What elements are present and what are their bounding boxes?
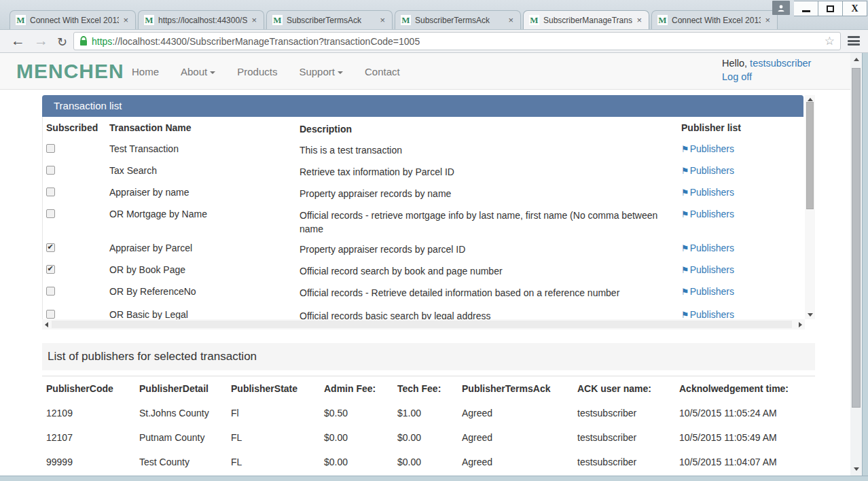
publishers-link[interactable]: Publishers — [690, 165, 734, 176]
nav-item-products[interactable]: Products — [226, 66, 288, 77]
col-subscribed: Subscribed — [46, 122, 98, 133]
tab-subscriber-manage-transaction-active[interactable]: M SubscriberManageTransa × — [523, 10, 649, 29]
nav-item-support[interactable]: Support — [288, 66, 354, 77]
browser-menu-icon[interactable] — [848, 36, 860, 46]
transaction-name: OR by Book Page — [109, 264, 293, 275]
transaction-description: Property appraiser records by parcel ID — [300, 243, 680, 256]
tab-close-icon[interactable]: × — [507, 15, 515, 25]
scroll-right-icon[interactable] — [799, 322, 802, 327]
subscribed-checkbox[interactable] — [46, 265, 55, 274]
tab-subscriber-terms-ack-2[interactable]: M SubscriberTermsAck × — [395, 10, 521, 29]
tab-connect-with-excel-2[interactable]: M Connect With Excel 2013 × — [651, 10, 778, 29]
minimize-icon — [802, 10, 810, 12]
transaction-description: Official record search by book and page … — [300, 264, 680, 278]
publisher-detail: Test County — [139, 457, 189, 467]
publishers-link[interactable]: Publishers — [690, 209, 734, 219]
profile-button[interactable] — [772, 1, 790, 15]
ack-user-name: testsubscriber — [577, 457, 636, 467]
tab-title: SubscriberManageTransa — [543, 16, 632, 25]
nav-item-home[interactable]: Home — [121, 66, 170, 77]
scroll-down-icon[interactable] — [854, 467, 859, 471]
subscribed-checkbox[interactable] — [46, 287, 55, 296]
subscribed-checkbox[interactable] — [46, 310, 55, 319]
tech-fee: $1.00 — [397, 408, 421, 418]
minimize-button[interactable] — [794, 1, 818, 16]
transaction-table-vertical-scrollbar[interactable] — [805, 95, 815, 319]
page-vertical-scrollbar[interactable] — [850, 53, 862, 476]
scrollbar-thumb[interactable] — [806, 102, 814, 209]
login-status: Hello, testsubscriber Log off — [722, 56, 811, 84]
tab-connect-with-excel-1[interactable]: M Connect With Excel 2013 × — [10, 10, 136, 29]
ack-time: 10/5/2015 11:05:49 AM — [679, 432, 777, 443]
greeting-text: Hello, — [722, 58, 750, 69]
tab-localhost[interactable]: M https://localhost:44300/S × — [138, 10, 264, 29]
reload-icon[interactable]: ↻ — [57, 33, 67, 52]
back-icon[interactable]: ← — [11, 31, 25, 50]
close-button[interactable]: X — [843, 1, 867, 16]
scroll-up-icon[interactable] — [808, 98, 813, 101]
forward-icon[interactable]: → — [34, 31, 48, 50]
address-bar[interactable]: https://localhost:44300/SubscriberManage… — [73, 32, 841, 50]
publishers-link[interactable]: Publishers — [690, 309, 734, 319]
brand-logo[interactable]: MENCHEN — [16, 60, 124, 83]
tab-close-icon[interactable]: × — [250, 15, 258, 25]
logoff-link[interactable]: Log off — [722, 71, 752, 82]
transaction-description: Property appraiser records by name — [300, 187, 680, 200]
tab-title: Connect With Excel 2013 — [30, 16, 119, 25]
subscribed-checkbox[interactable] — [46, 243, 55, 252]
nav-item-about[interactable]: About — [170, 66, 226, 77]
publishers-link[interactable]: Publishers — [690, 286, 734, 297]
nav-item-contact[interactable]: Contact — [354, 66, 411, 77]
site-favicon-m-icon: M — [657, 15, 668, 25]
bookmark-star-icon[interactable]: ☆ — [825, 34, 835, 48]
tab-list: M Connect With Excel 2013 × M https://lo… — [10, 10, 780, 29]
scroll-left-icon[interactable] — [45, 322, 48, 327]
scrollbar-thumb[interactable] — [852, 68, 861, 408]
publisher-code: 99999 — [46, 457, 73, 467]
url-path: ://localhost:44300/SubscriberManageTrans… — [112, 36, 420, 47]
tab-title: SubscriberTermsAck — [287, 16, 376, 25]
transaction-name: OR Basic by Legal — [109, 309, 293, 319]
subscribed-checkbox[interactable] — [46, 209, 55, 218]
transaction-name: Test Transaction — [109, 143, 293, 154]
publisher-row: 12107 Putnam County FL $0.00 $0.00 Agree… — [42, 432, 815, 446]
col-ack-user-name: ACK user name: — [577, 383, 651, 394]
publisher-state: FL — [231, 457, 242, 467]
maximize-button[interactable] — [818, 1, 843, 16]
person-icon — [777, 4, 785, 12]
scroll-up-icon[interactable] — [854, 58, 859, 61]
transaction-table-horizontal-scrollbar[interactable] — [42, 319, 805, 329]
maximize-icon — [827, 5, 834, 12]
flag-icon: ⚑ — [681, 144, 689, 154]
username-link[interactable]: testsubscriber — [750, 58, 811, 69]
publisher-state: FL — [231, 432, 242, 443]
table-row: OR By ReferenceNo Official records - Ret… — [43, 286, 803, 298]
padlock-icon[interactable] — [79, 36, 88, 46]
publishers-link[interactable]: Publishers — [690, 187, 734, 198]
subscribed-checkbox[interactable] — [46, 166, 55, 175]
transaction-description: This is a test transaction — [300, 143, 680, 157]
tech-fee: $0.00 — [397, 432, 421, 443]
tab-close-icon[interactable]: × — [635, 15, 643, 25]
col-publisher-list: Publisher list — [681, 122, 741, 133]
tab-title: SubscriberTermsAck — [415, 16, 504, 25]
window-frame-right — [862, 53, 868, 481]
scroll-down-icon[interactable] — [808, 313, 813, 317]
transaction-panel-header: Transaction list — [42, 95, 803, 117]
subscribed-checkbox[interactable] — [46, 144, 55, 153]
tab-close-icon[interactable]: × — [378, 15, 386, 25]
publishers-link[interactable]: Publishers — [690, 264, 734, 275]
table-row: Tax Search Retrieve tax information by P… — [43, 165, 803, 177]
publishers-link[interactable]: Publishers — [690, 243, 734, 253]
transaction-description: Official records basic search by legal a… — [300, 309, 680, 319]
publishers-link[interactable]: Publishers — [690, 143, 734, 154]
tab-close-icon[interactable]: × — [122, 15, 130, 25]
col-tech-fee: Tech Fee: — [397, 383, 441, 394]
scrollbar-thumb[interactable] — [52, 321, 792, 328]
table-row: Test Transaction This is a test transact… — [43, 143, 803, 156]
tab-subscriber-terms-ack-1[interactable]: M SubscriberTermsAck × — [266, 10, 393, 29]
scrollbar-corner — [805, 319, 815, 329]
flag-icon: ⚑ — [681, 166, 689, 176]
subscribed-checkbox[interactable] — [46, 188, 55, 196]
tab-close-icon[interactable]: × — [763, 15, 772, 25]
